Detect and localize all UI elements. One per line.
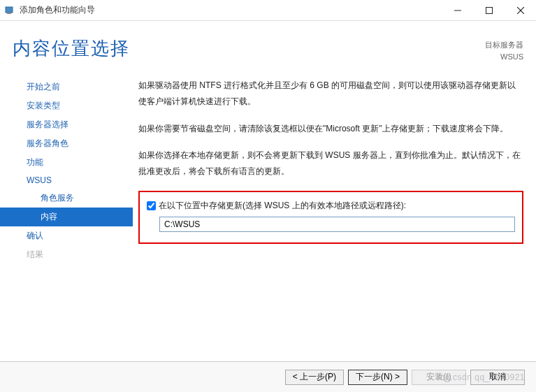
description-para-1: 如果驱动器使用 NTFS 进行格式化并且至少有 6 GB 的可用磁盘空间，则可以… [138,78,523,110]
svg-rect-3 [486,8,492,14]
sidebar-item-server-selection[interactable]: 服务器选择 [0,115,133,134]
wizard-footer: < 上一步(P) 下一步(N) > 安装(I) 取消 [0,361,536,392]
app-icon [4,5,15,16]
sidebar-item-confirm[interactable]: 确认 [0,226,133,245]
store-updates-checkbox[interactable] [147,201,156,210]
storage-location-box: 在以下位置中存储更新(选择 WSUS 上的有效本地路径或远程路径): [138,191,523,244]
sidebar-item-content[interactable]: 内容 [0,208,133,226]
install-button: 安装(I) [412,370,466,385]
cancel-button[interactable]: 取消 [470,370,525,385]
sidebar-item-before-begin[interactable]: 开始之前 [0,78,133,96]
sidebar-item-install-type[interactable]: 安装类型 [0,96,133,115]
sidebar-item-features[interactable]: 功能 [0,153,133,172]
page-header: 内容位置选择 目标服务器 WSUS [0,21,536,78]
wizard-sidebar: 开始之前 安装类型 服务器选择 服务器角色 功能 WSUS 角色服务 内容 确认… [0,78,133,392]
window-controls [442,0,536,21]
store-path-input[interactable] [159,217,515,232]
previous-button[interactable]: < 上一步(P) [285,370,344,385]
main-content: 如果驱动器使用 NTFS 进行格式化并且至少有 6 GB 的可用磁盘空间，则可以… [133,78,536,392]
sidebar-item-role-services[interactable]: 角色服务 [0,189,133,208]
maximize-button[interactable] [473,0,505,21]
close-button[interactable] [505,0,536,21]
description-para-3: 如果你选择在本地存储更新，则不会将更新下载到 WSUS 服务器上，直到你批准为止… [138,147,523,180]
window-title: 添加角色和功能向导 [20,4,95,16]
target-server-value: WSUS [485,51,523,63]
store-updates-label: 在以下位置中存储更新(选择 WSUS 上的有效本地路径或远程路径): [159,198,406,214]
svg-rect-0 [6,7,13,13]
sidebar-item-results: 结果 [0,245,133,264]
svg-rect-1 [7,13,11,14]
next-button[interactable]: 下一步(N) > [348,370,407,385]
description-para-2: 如果你需要节省磁盘空间，请清除该复选框以便在"Microsoft 更新"上存储更… [138,121,523,137]
minimize-button[interactable] [442,0,473,21]
sidebar-item-wsus[interactable]: WSUS [0,172,133,189]
page-title: 内容位置选择 [13,36,130,61]
target-server-label: 目标服务器 [485,39,523,51]
sidebar-item-server-roles[interactable]: 服务器角色 [0,134,133,153]
target-server-box: 目标服务器 WSUS [485,36,523,62]
title-bar: 添加角色和功能向导 [0,0,536,21]
